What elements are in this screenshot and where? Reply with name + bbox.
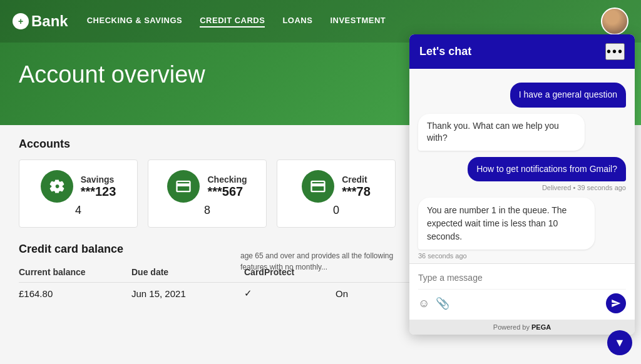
chat-fab-icon: ▼ xyxy=(614,336,625,350)
partial-background-text: age 65 and over and provides all the fol… xyxy=(240,250,409,300)
col-current-balance: Current balance xyxy=(19,267,106,277)
savings-icon xyxy=(41,170,73,203)
savings-label: Savings xyxy=(81,174,116,185)
send-button[interactable] xyxy=(606,293,626,313)
chat-fab-button[interactable]: ▼ xyxy=(607,330,632,355)
pega-brand: PEGA xyxy=(531,323,551,331)
chat-widget: Let's chat ••• I have a general question… xyxy=(409,34,635,335)
msg-user-2: How to get notifications from Gmail? xyxy=(468,157,626,182)
attach-button[interactable]: 📎 xyxy=(436,296,449,310)
nav-investment[interactable]: INVESTMENT xyxy=(330,16,386,28)
logo-text: Bank xyxy=(31,13,68,30)
col-due-date: Due date xyxy=(131,267,219,277)
chat-menu-button[interactable]: ••• xyxy=(605,43,625,60)
chat-footer: Powered by PEGA xyxy=(409,320,635,335)
savings-number: ***123 xyxy=(81,185,116,199)
nav-links: CHECKING & SAVINGS CREDIT CARDS LOANS IN… xyxy=(87,16,582,28)
credit-label: Credit xyxy=(342,174,371,185)
checking-suffix: 8 xyxy=(204,204,210,217)
msg-bot-1: Thank you. What can we help you with? xyxy=(418,114,585,151)
nav-loans[interactable]: LOANS xyxy=(282,16,312,28)
emoji-button[interactable]: ☺ xyxy=(418,297,429,310)
queue-timestamp: 36 seconds ago xyxy=(418,252,467,260)
logo-icon: + xyxy=(13,13,29,29)
nav-credit-cards[interactable]: CREDIT CARDS xyxy=(200,16,265,28)
delivered-timestamp: Delivered • 39 seconds ago xyxy=(542,184,626,191)
due-date-value: Jun 15, 2021 xyxy=(131,288,219,299)
chat-input-area: ☺ 📎 xyxy=(409,263,635,320)
chat-actions: ☺ 📎 xyxy=(418,289,626,313)
credit-icon xyxy=(302,170,334,203)
checking-icon xyxy=(167,170,200,203)
balance-value: £164.80 xyxy=(19,288,106,299)
checking-number: ***567 xyxy=(207,185,247,199)
user-avatar[interactable] xyxy=(601,8,628,35)
chat-messages: I have a general question Thank you. Wha… xyxy=(409,69,635,263)
savings-suffix: 4 xyxy=(75,204,81,217)
credit-suffix: 0 xyxy=(333,204,339,217)
nav-checking-savings[interactable]: CHECKING & SAVINGS xyxy=(87,16,183,28)
msg-user-1: I have a general question xyxy=(510,83,626,108)
savings-card[interactable]: Savings ***123 4 xyxy=(19,159,138,228)
logo[interactable]: + Bank xyxy=(13,13,68,30)
checking-label: Checking xyxy=(207,174,247,185)
chat-header: Let's chat ••• xyxy=(409,34,635,69)
msg-queue: You are number 1 in the queue. The expec… xyxy=(418,198,595,250)
credit-number: ***78 xyxy=(342,185,371,199)
credit-card[interactable]: Credit ***78 0 xyxy=(277,159,396,228)
checking-card[interactable]: Checking ***567 8 xyxy=(148,159,267,228)
powered-by-text: Powered by xyxy=(493,323,531,331)
chat-title: Let's chat xyxy=(419,45,471,58)
chat-message-input[interactable] xyxy=(418,270,626,285)
